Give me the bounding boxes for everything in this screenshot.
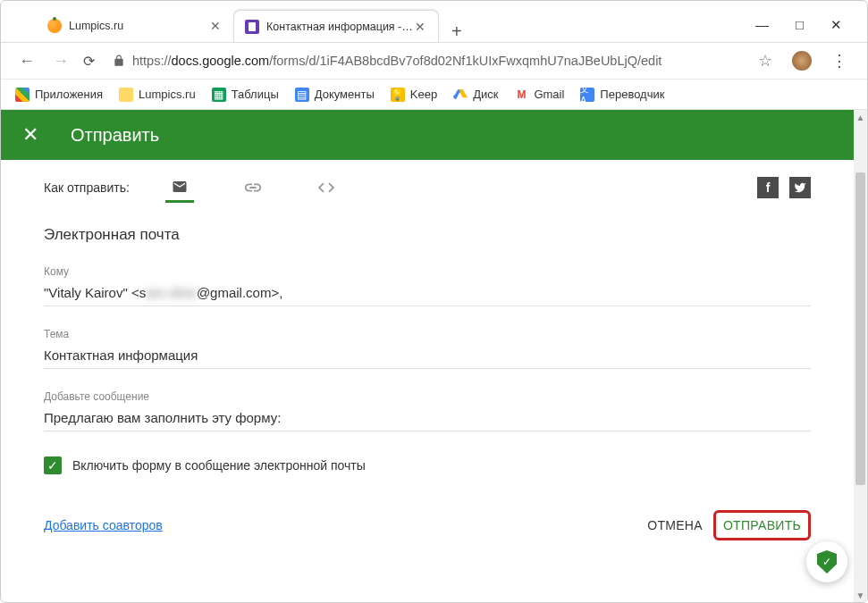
profile-avatar[interactable]	[792, 51, 812, 71]
url-scheme: https://	[132, 54, 172, 68]
drive-icon	[453, 88, 468, 102]
maximize-icon[interactable]: □	[796, 17, 804, 33]
subject-label: Тема	[44, 328, 811, 340]
close-window-icon[interactable]: ✕	[830, 17, 842, 33]
folder-icon	[119, 88, 133, 102]
gmail-bookmark[interactable]: M Gmail	[514, 88, 564, 102]
url-input[interactable]: https://docs.google.com/forms/d/1iF4AB8b…	[105, 54, 742, 68]
reload-button[interactable]: ⟳	[83, 53, 95, 70]
tab-title: Контактная информация - Goo	[266, 21, 413, 33]
via-link-tab[interactable]	[239, 172, 267, 203]
scroll-thumb[interactable]	[855, 172, 865, 485]
url-path: /forms/d/1iF4AB8bcdBv7of8d02Nf1kUIxFwxqm…	[269, 54, 662, 68]
sheets-bookmark[interactable]: ▦ Таблицы	[212, 88, 279, 102]
message-label: Добавьте сообщение	[44, 390, 811, 403]
url-host: docs.google.com	[172, 54, 270, 68]
send-via-label: Как отправить:	[44, 180, 130, 195]
security-fab[interactable]: ✓	[806, 541, 847, 582]
add-collaborators-link[interactable]: Добавить соавторов	[44, 518, 163, 532]
scroll-down-icon[interactable]: ▼	[854, 588, 867, 602]
forms-favicon	[245, 20, 259, 34]
via-embed-tab[interactable]	[312, 172, 341, 203]
embed-icon	[316, 178, 336, 197]
lumpics-favicon	[47, 19, 62, 33]
apps-icon	[15, 88, 29, 102]
close-tab-icon[interactable]: ✕	[208, 19, 223, 33]
include-form-label: Включить форму в сообщение электронной п…	[72, 458, 366, 473]
bookmark-star-icon[interactable]: ☆	[753, 51, 778, 71]
minimize-icon[interactable]: —	[755, 17, 769, 33]
shield-icon: ✓	[817, 550, 837, 574]
close-tab-icon[interactable]: ✕	[413, 20, 427, 34]
apps-bookmark[interactable]: Приложения	[15, 88, 103, 102]
tab-title: Lumpics.ru	[69, 20, 208, 32]
drive-bookmark[interactable]: Диск	[453, 88, 498, 102]
send-dialog-header: ✕ Отправить	[1, 110, 854, 160]
dialog-title: Отправить	[71, 125, 159, 146]
email-icon	[170, 179, 190, 195]
scroll-up-icon[interactable]: ▲	[854, 110, 867, 124]
bookmark-bar: Приложения Lumpics.ru ▦ Таблицы ▤ Докуме…	[1, 80, 867, 110]
send-button[interactable]: ОТПРАВИТЬ	[713, 510, 811, 540]
new-tab-button[interactable]: +	[439, 21, 475, 42]
cancel-button[interactable]: ОТМЕНА	[640, 511, 710, 540]
tab-strip: Lumpics.ru ✕ Контактная информация - Goo…	[1, 1, 867, 42]
close-dialog-icon[interactable]: ✕	[22, 123, 38, 147]
facebook-share-button[interactable]: f	[757, 177, 779, 198]
forward-button[interactable]: →	[49, 48, 72, 74]
scrollbar[interactable]: ▲ ▼	[854, 110, 867, 602]
back-button[interactable]: ←	[15, 48, 38, 74]
email-section-title: Электронная почта	[44, 226, 811, 244]
send-via-row: Как отправить: f	[44, 172, 811, 203]
tab-google-forms[interactable]: Контактная информация - Goo ✕	[233, 10, 439, 42]
via-email-tab[interactable]	[165, 172, 194, 203]
to-field[interactable]: "Vitaly Kairov" <sam.nline@gmail.com>,	[44, 278, 811, 306]
gmail-icon: M	[514, 88, 528, 102]
docs-bookmark[interactable]: ▤ Документы	[295, 88, 375, 102]
address-bar: ← → ⟳ https://docs.google.com/forms/d/1i…	[1, 42, 867, 80]
lock-icon	[113, 54, 125, 67]
to-label: Кому	[44, 265, 811, 278]
subject-field[interactable]	[44, 340, 811, 369]
sheets-icon: ▦	[212, 88, 226, 102]
include-form-checkbox[interactable]: ✓	[44, 456, 62, 474]
message-field[interactable]	[44, 403, 811, 431]
translate-icon: 文A	[580, 88, 594, 102]
page-content: ✕ Отправить Как отправить: f	[1, 110, 854, 602]
translate-bookmark[interactable]: 文A Переводчик	[580, 88, 664, 102]
lumpics-bookmark[interactable]: Lumpics.ru	[119, 88, 196, 102]
link-icon	[243, 178, 263, 197]
docs-icon: ▤	[295, 88, 309, 102]
tab-lumpics[interactable]: Lumpics.ru ✕	[37, 10, 233, 42]
browser-menu-icon[interactable]: ⋮	[826, 51, 853, 71]
keep-icon: 💡	[391, 88, 405, 102]
twitter-share-button[interactable]	[789, 177, 811, 198]
keep-bookmark[interactable]: 💡 Keep	[391, 88, 437, 102]
